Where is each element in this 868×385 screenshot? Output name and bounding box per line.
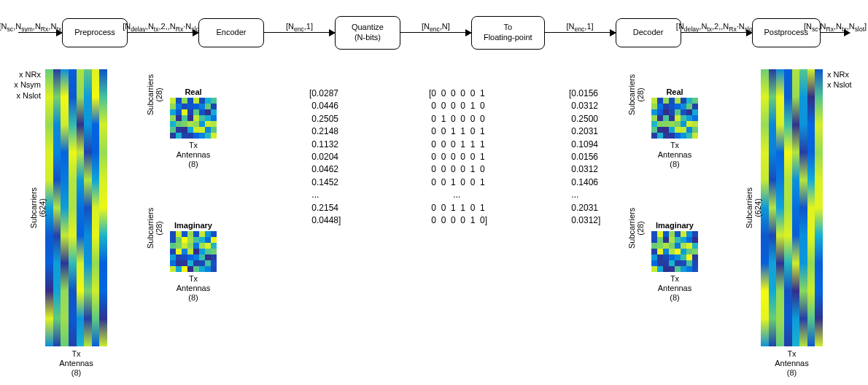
sm-imag-right-xlab: Tx Antennas (8)	[642, 274, 708, 303]
small-heatmaps-left: Real Subcarriers (28) Tx Antennas (8) Im…	[160, 88, 226, 354]
mult-right: x NRx x Nslot	[823, 69, 852, 90]
sm-imag-right-title: Imaginary	[642, 221, 708, 230]
dequantized-vector: [0.0156 0.0312 0.2500 0.2031 0.1094 0.01…	[569, 88, 600, 227]
arrow-3: [Nenc,N]	[400, 32, 471, 33]
sm-real-right: Real Subcarriers (28) Tx Antennas (8)	[642, 88, 708, 170]
dim-label-3: [Nenc,N]	[422, 22, 450, 33]
sm-imag-right-img	[651, 231, 698, 272]
node-decoder: Decoder	[616, 18, 681, 47]
dim-label-4: [Nenc,1]	[567, 22, 594, 33]
sm-real-left-title: Real	[160, 88, 226, 96]
node-quantize: Quantize (N-bits)	[335, 16, 400, 50]
heatmap-input: x NRx x Nsym x Nslot Subcarriers (624) T…	[45, 69, 107, 346]
arrow-2: [Nenc,1]	[264, 32, 335, 33]
node-preprocess: Preprocess	[62, 18, 128, 47]
sm-imag-left-xlab: Tx Antennas (8)	[160, 274, 226, 303]
sm-imag-left-ylab: Subcarriers (28)	[146, 208, 163, 249]
arrow-out: [Nsc,NRx,Ntx,Nslot]	[821, 32, 850, 33]
dim-label-1: [Ndelay,Ntx,2,,NRx·Nslot]	[123, 22, 203, 33]
heatmap-output-xlabel: Tx Antennas (8)	[761, 346, 823, 378]
arrow-4: [Nenc,1]	[545, 32, 616, 33]
node-tofloat: To Floating-point	[471, 16, 545, 50]
pipeline-row: [Nsc,Nsym,NRx,Ntx,Nslot] Preprocess [Nde…	[18, 16, 850, 50]
heatmap-output: x NRx x Nslot Subcarriers (624) Tx Anten…	[761, 69, 823, 346]
heatmap-output-img	[761, 69, 823, 346]
mult-left-0: x NRx	[14, 69, 41, 79]
mult-right-0: x NRx	[827, 69, 852, 79]
heatmap-input-img	[45, 69, 107, 346]
arrow-in: [Nsc,Nsym,NRx,Ntx,Nslot]	[18, 32, 62, 33]
sm-real-left-xlab: Tx Antennas (8)	[160, 141, 226, 170]
diagram-stage: [Nsc,Nsym,NRx,Ntx,Nslot] Preprocess [Nde…	[0, 0, 868, 385]
arrow-1: [Ndelay,Ntx,2,,NRx·Nslot]	[128, 32, 198, 33]
sm-real-right-title: Real	[642, 88, 708, 96]
sm-imag-left-title: Imaginary	[160, 221, 226, 230]
sm-imag-left-img	[170, 231, 217, 272]
mult-right-1: x Nslot	[827, 79, 852, 90]
small-heatmaps-right: Real Subcarriers (28) Tx Antennas (8) Im…	[642, 88, 708, 354]
dim-label-5: [Ndelay,Ntx,2,,NRx·Nslot]	[676, 22, 756, 33]
sm-real-left-img	[170, 98, 217, 139]
mult-left: x NRx x Nsym x Nslot	[14, 69, 45, 101]
dim-label-2: [Nenc,1]	[286, 22, 313, 33]
sm-real-right-img	[651, 98, 698, 139]
encoder-output-vector: [0.0287 0.0446 0.2505 0.2148 0.1132 0.02…	[309, 88, 341, 227]
mult-left-1: x Nsym	[14, 79, 41, 90]
node-encoder: Encoder	[198, 18, 264, 47]
sm-imag-right: Imaginary Subcarriers (28) Tx Antennas (…	[642, 221, 708, 303]
sm-imag-left: Imaginary Subcarriers (28) Tx Antennas (…	[160, 221, 226, 303]
sm-real-right-ylab: Subcarriers (28)	[627, 74, 645, 115]
sm-imag-right-ylab: Subcarriers (28)	[627, 208, 645, 249]
sm-real-right-xlab: Tx Antennas (8)	[642, 141, 708, 170]
quantized-bits: [0 0 0 0 0 1 0 0 0 0 1 0 0 1 0 0 0 0 0 0…	[429, 88, 487, 227]
heatmap-input-xlabel: Tx Antennas (8)	[45, 346, 107, 378]
heatmap-input-ylabel: Subcarriers (624)	[29, 187, 47, 228]
heatmap-output-ylabel: Subcarriers (624)	[745, 187, 762, 228]
sm-real-left: Real Subcarriers (28) Tx Antennas (8)	[160, 88, 226, 170]
sm-real-left-ylab: Subcarriers (28)	[146, 74, 163, 115]
arrow-5: [Ndelay,Ntx,2,,NRx·Nslot]	[681, 32, 752, 33]
mult-left-2: x Nslot	[14, 90, 41, 101]
dim-label-6: [Nsc,NRx,Ntx,Nslot]	[804, 22, 867, 33]
